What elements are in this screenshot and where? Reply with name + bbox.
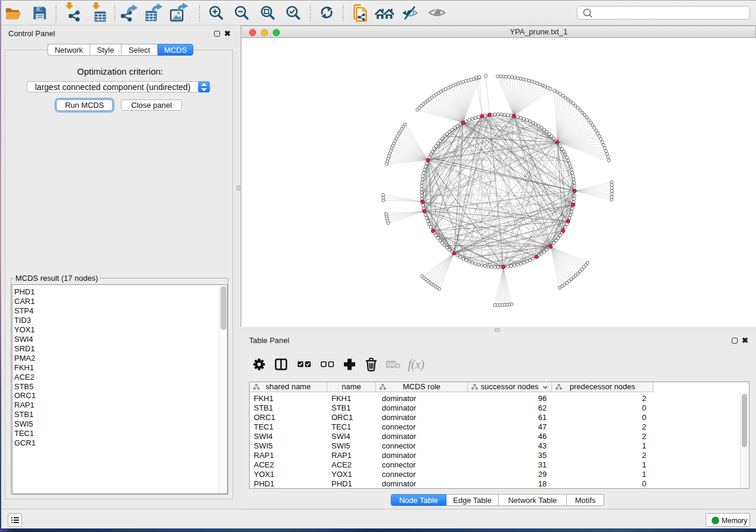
svg-text:f(x): f(x) — [408, 358, 425, 371]
